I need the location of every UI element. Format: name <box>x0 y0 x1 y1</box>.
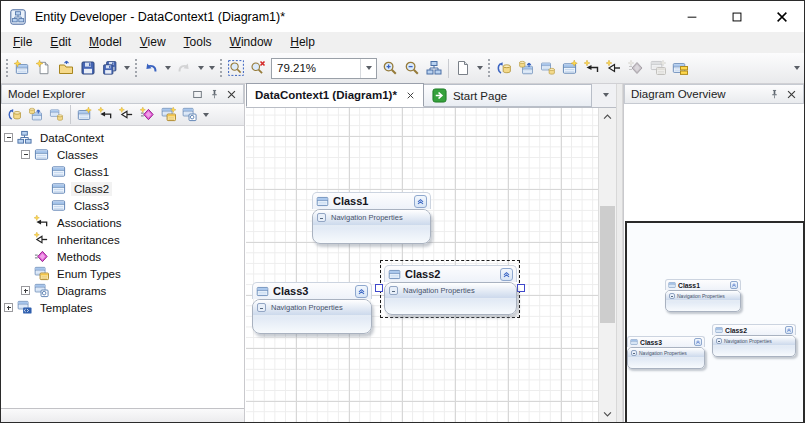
explorer-toolbar-dropdown-icon[interactable] <box>200 104 211 126</box>
undo-dropdown-icon[interactable] <box>162 57 173 79</box>
selection-handle-left[interactable] <box>375 284 383 292</box>
toolbar-grip[interactable] <box>487 58 491 78</box>
section-collapse-icon[interactable] <box>389 286 398 295</box>
menu-model[interactable]: Model <box>80 33 131 52</box>
navigation-properties-row[interactable]: Navigation Properties <box>313 210 430 226</box>
new-inheritance-button[interactable] <box>603 57 625 79</box>
menu-window[interactable]: Window <box>221 33 282 52</box>
collapse-chevron-icon[interactable] <box>414 195 427 208</box>
save-all-button[interactable] <box>99 57 121 79</box>
toolbar-grip[interactable] <box>5 58 9 78</box>
undo-button[interactable] <box>140 57 162 79</box>
tab-diagram1[interactable]: DataContext1 (Diagram1)* <box>246 83 424 107</box>
tree-item-inheritances[interactable]: Inheritances <box>1 231 244 248</box>
toolbar-grip[interactable] <box>134 58 138 78</box>
explorer-update-database-from-model-button[interactable] <box>46 105 67 125</box>
canvas-vertical-scrollbar[interactable] <box>598 108 616 422</box>
expander-icon[interactable] <box>4 133 13 142</box>
tree-item-class2[interactable]: Class2 <box>1 180 244 197</box>
section-collapse-icon[interactable] <box>317 213 326 222</box>
class-properties-button[interactable] <box>669 57 691 79</box>
tree-item-class1[interactable]: Class1 <box>1 163 244 180</box>
diagram-canvas[interactable]: Class1 Navigation Properties Class3 Na <box>246 108 598 422</box>
explorer-update-model-from-database-button[interactable] <box>25 105 46 125</box>
redo-button[interactable] <box>173 57 195 79</box>
navigation-properties-row[interactable]: Navigation Properties <box>253 300 371 316</box>
collapse-chevron-icon[interactable] <box>500 268 513 281</box>
entity-class2[interactable]: Class2 Navigation Properties <box>384 265 517 315</box>
tree-item-methods[interactable]: Methods <box>1 248 244 265</box>
menu-edit[interactable]: Edit <box>41 33 80 52</box>
zoom-level-value[interactable]: 79.21% <box>272 62 360 74</box>
menu-help[interactable]: Help <box>281 33 324 52</box>
explorer-new-class-button[interactable] <box>74 105 95 125</box>
menu-view[interactable]: View <box>131 33 175 52</box>
entity-class1-body[interactable]: Navigation Properties <box>312 209 431 244</box>
entity-class2-header[interactable]: Class2 <box>384 265 517 282</box>
toolbar-overflow-icon[interactable] <box>791 57 802 79</box>
toolbar-grip[interactable] <box>219 58 223 78</box>
tree-item-class3[interactable]: Class3 <box>1 197 244 214</box>
zoom-cancel-button[interactable] <box>247 57 269 79</box>
generate-database-button[interactable] <box>493 57 515 79</box>
tree-item-templates[interactable]: Templates <box>1 299 244 316</box>
tab-list-dropdown-icon[interactable] <box>596 83 616 107</box>
scroll-down-icon[interactable] <box>599 406 616 422</box>
explorer-generate-database-button[interactable] <box>4 105 25 125</box>
tree-item-datacontext[interactable]: DataContext <box>1 129 244 146</box>
zoom-level-combobox[interactable]: 79.21% <box>271 58 377 79</box>
maximize-button[interactable] <box>714 1 759 32</box>
entity-class1[interactable]: Class1 Navigation Properties <box>312 192 431 244</box>
close-panel-button[interactable] <box>224 87 239 102</box>
open-model-button[interactable] <box>55 57 77 79</box>
expander-icon[interactable] <box>21 286 30 295</box>
zoom-in-button[interactable] <box>379 57 401 79</box>
scrollbar-thumb[interactable] <box>600 206 615 323</box>
auto-layout-button[interactable] <box>423 57 445 79</box>
tree-item-enum-types[interactable]: Enum Types <box>1 265 244 282</box>
collapse-chevron-icon[interactable] <box>355 285 368 298</box>
pin-icon[interactable] <box>767 87 782 102</box>
update-database-from-model-button[interactable] <box>537 57 559 79</box>
overview-viewport-rect[interactable] <box>625 221 805 423</box>
navigation-properties-row[interactable]: Navigation Properties <box>385 283 516 299</box>
float-window-button[interactable] <box>190 87 205 102</box>
new-enum-type-button[interactable] <box>647 57 669 79</box>
explorer-new-association-button[interactable] <box>95 105 116 125</box>
zoom-out-button[interactable] <box>401 57 423 79</box>
toolbar-overflow-icon[interactable] <box>474 57 485 79</box>
explorer-new-diagram-button[interactable] <box>179 105 200 125</box>
save-button[interactable] <box>77 57 99 79</box>
new-item-button[interactable] <box>33 57 55 79</box>
entity-class3[interactable]: Class3 Navigation Properties <box>252 282 372 334</box>
minimize-button[interactable] <box>669 1 714 32</box>
expander-icon[interactable] <box>4 303 13 312</box>
entity-class1-header[interactable]: Class1 <box>312 192 431 209</box>
pin-icon[interactable] <box>207 87 222 102</box>
redo-dropdown-icon[interactable] <box>195 57 206 79</box>
new-association-button[interactable] <box>581 57 603 79</box>
close-button[interactable] <box>759 1 804 32</box>
section-collapse-icon[interactable] <box>257 303 266 312</box>
entity-class2-body[interactable]: Navigation Properties <box>384 282 517 315</box>
new-method-button[interactable] <box>625 57 647 79</box>
panel-splitter[interactable] <box>616 84 623 422</box>
page-setup-button[interactable] <box>452 57 474 79</box>
tab-close-icon[interactable] <box>406 91 415 100</box>
expander-icon[interactable] <box>21 150 30 159</box>
entity-class3-header[interactable]: Class3 <box>252 282 372 299</box>
zoom-dropdown-icon[interactable] <box>360 59 376 78</box>
selection-handle-right[interactable] <box>517 284 525 292</box>
entity-class2-selection[interactable]: Class2 Navigation Properties <box>380 260 520 318</box>
new-class-button[interactable] <box>559 57 581 79</box>
save-dropdown-icon[interactable] <box>121 57 132 79</box>
tree-item-classes[interactable]: Classes <box>1 146 244 163</box>
update-model-from-database-button[interactable] <box>515 57 537 79</box>
tree-item-diagrams[interactable]: Diagrams <box>1 282 244 299</box>
tree-item-associations[interactable]: Associations <box>1 214 244 231</box>
explorer-new-enum-type-button[interactable] <box>158 105 179 125</box>
menu-file[interactable]: File <box>4 33 41 52</box>
explorer-new-method-button[interactable] <box>137 105 158 125</box>
close-panel-button[interactable] <box>784 87 799 102</box>
entity-class3-body[interactable]: Navigation Properties <box>252 299 372 334</box>
